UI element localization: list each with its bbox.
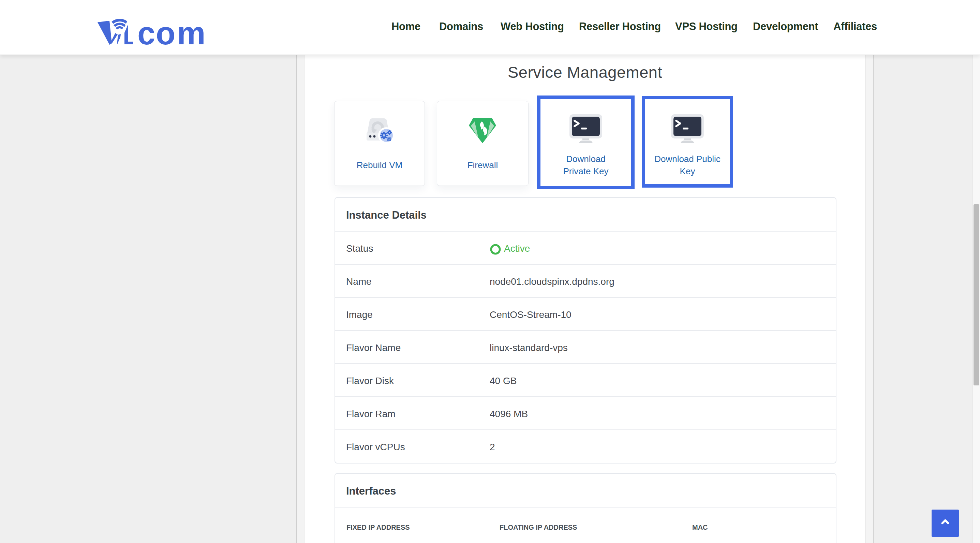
svg-text:o: o (156, 18, 175, 48)
svg-text:c: c (137, 18, 155, 48)
svg-text:m: m (177, 18, 205, 48)
